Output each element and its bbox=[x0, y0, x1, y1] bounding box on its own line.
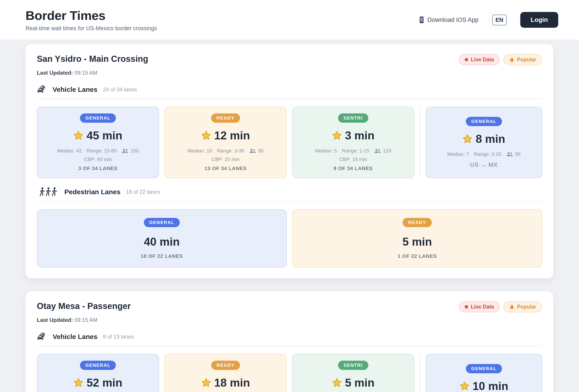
divider bbox=[37, 201, 542, 202]
lane-type-badge: READY bbox=[403, 218, 432, 227]
status-badges: Live Data Popular bbox=[459, 301, 542, 312]
wait-time: 40 min bbox=[144, 235, 180, 248]
divider bbox=[37, 346, 542, 346]
pedestrians-icon bbox=[37, 187, 60, 197]
popular-badge: Popular bbox=[503, 301, 542, 312]
median-stat: Median: 42 bbox=[57, 148, 82, 154]
direction-divider bbox=[420, 107, 420, 178]
last-updated: Last Updated: 09:15 AM bbox=[37, 70, 542, 76]
last-updated: Last Updated: 09:15 AM bbox=[37, 317, 542, 323]
people-count-icon bbox=[122, 149, 129, 153]
cbp-time: CBP: 20 min bbox=[212, 157, 240, 162]
wait-time: 12 min bbox=[201, 129, 250, 142]
car-queue-icon bbox=[37, 332, 49, 341]
crossings-list: San Ysidro - Main Crossing Live Data Pop… bbox=[0, 40, 579, 392]
lane-card-sentri: SENTRI 5 min Median: 7 Range: 1-15 120 C… bbox=[292, 354, 414, 392]
download-ios-button[interactable]: Download iOS App bbox=[419, 16, 479, 23]
pedestrian-lanes-section-header: Pedestrian Lanes 19 of 22 lanes bbox=[37, 187, 542, 197]
wait-time: 10 min bbox=[460, 380, 508, 392]
section-title: Vehicle Lanes bbox=[53, 333, 97, 340]
crossing-name: San Ysidro - Main Crossing bbox=[37, 54, 148, 64]
cbp-time: CBP: 40 min bbox=[84, 157, 112, 162]
lanes-open: 3 OF 34 LANES bbox=[78, 166, 117, 171]
lane-type-badge: SENTRI bbox=[338, 113, 368, 123]
median-stat: Median: 5 bbox=[315, 148, 337, 154]
wait-time: 5 min bbox=[402, 235, 432, 248]
lanes-open: 8 OF 34 LANES bbox=[334, 166, 373, 171]
vehicle-lanes-section-header: Vehicle Lanes 24 of 34 lanes bbox=[37, 85, 542, 94]
wait-time: 18 min bbox=[201, 376, 250, 389]
star-icon bbox=[73, 378, 83, 388]
vehicle-lane-row: GENERAL 45 min Median: 42 Range: 15-80 1… bbox=[37, 107, 542, 178]
wait-time: 8 min bbox=[462, 132, 505, 146]
popular-badge: Popular bbox=[503, 54, 542, 65]
language-selector-button[interactable]: EN bbox=[489, 12, 509, 28]
lane-type-badge: GENERAL bbox=[466, 364, 502, 373]
section-title: Vehicle Lanes bbox=[53, 86, 97, 93]
star-icon bbox=[332, 131, 342, 141]
flame-icon bbox=[509, 304, 514, 310]
star-icon bbox=[462, 134, 472, 144]
lane-card-ready: READY 18 min Median: 16 Range: 3-30 85 C… bbox=[164, 354, 287, 392]
lane-type-badge: GENERAL bbox=[80, 361, 116, 370]
lane-type-badge: READY bbox=[211, 113, 240, 123]
median-stat: Median: 10 bbox=[187, 148, 212, 154]
vehicle-lanes-section-header: Vehicle Lanes 9 of 13 lanes bbox=[37, 332, 542, 341]
star-icon bbox=[73, 131, 83, 141]
lane-card-southbound: GENERAL 8 min Median: 7 Range: 3-25 95 U… bbox=[426, 107, 542, 178]
live-data-badge: Live Data bbox=[459, 301, 500, 312]
divider bbox=[37, 99, 542, 99]
wait-time: 52 min bbox=[73, 376, 122, 389]
status-badges: Live Data Popular bbox=[459, 54, 542, 65]
language-code: EN bbox=[492, 14, 507, 25]
lanes-open: 1 OF 22 LANES bbox=[398, 253, 437, 259]
star-icon bbox=[201, 131, 211, 141]
people-count: 150 bbox=[122, 148, 139, 154]
crossing-card-otay-mesa: Otay Mesa - Passenger Live Data Popular … bbox=[25, 291, 554, 392]
lane-stats: Median: 5 Range: 1-15 120 bbox=[315, 148, 391, 154]
crossing-card-san-ysidro: San Ysidro - Main Crossing Live Data Pop… bbox=[25, 44, 554, 278]
download-ios-label: Download iOS App bbox=[427, 16, 479, 23]
crossing-header: Otay Mesa - Passenger Live Data Popular bbox=[37, 301, 542, 312]
lane-card-ready: READY 12 min Median: 10 Range: 3-30 85 C… bbox=[164, 107, 287, 178]
lane-type-badge: SENTRI bbox=[338, 361, 368, 370]
people-count-icon bbox=[249, 149, 256, 153]
lane-card-general: GENERAL 40 min 18 OF 22 LANES bbox=[37, 209, 287, 268]
range-stat: Range: 15-80 bbox=[86, 148, 117, 154]
range-stat: Range: 3-25 bbox=[474, 151, 501, 157]
wait-time: 45 min bbox=[73, 129, 122, 142]
lane-type-badge: GENERAL bbox=[144, 218, 180, 227]
section-lane-count: 24 of 34 lanes bbox=[103, 86, 137, 93]
people-count-icon bbox=[374, 149, 381, 153]
lanes-open: 18 OF 22 LANES bbox=[141, 253, 183, 259]
vehicle-lane-row: GENERAL 52 min Median: 49 Range: 15-80 1… bbox=[37, 354, 542, 392]
crossing-direction: US → MX bbox=[470, 161, 498, 168]
range-stat: Range: 1-15 bbox=[342, 148, 369, 154]
lane-card-southbound: GENERAL 10 min Median: 9 Range: 3-25 95 … bbox=[426, 354, 542, 392]
lane-card-sentri: SENTRI 3 min Median: 5 Range: 1-15 120 C… bbox=[292, 107, 414, 178]
pedestrian-lane-row: GENERAL 40 min 18 OF 22 LANES READY 5 mi… bbox=[37, 209, 542, 268]
section-title: Pedestrian Lanes bbox=[64, 188, 120, 196]
phone-icon bbox=[419, 16, 424, 23]
crossing-header: San Ysidro - Main Crossing Live Data Pop… bbox=[37, 54, 542, 65]
lane-stats: Median: 10 Range: 3-30 85 bbox=[187, 148, 264, 154]
live-data-badge: Live Data bbox=[459, 54, 500, 65]
lane-card-general: GENERAL 45 min Median: 42 Range: 15-80 1… bbox=[37, 107, 159, 178]
app-subtitle: Real-time wait times for US-Mexico borde… bbox=[25, 25, 157, 32]
top-bar: Border Times Real-time wait times for US… bbox=[0, 0, 579, 40]
lane-stats: Median: 42 Range: 15-80 150 bbox=[57, 148, 139, 154]
star-icon bbox=[201, 378, 211, 388]
wait-time: 5 min bbox=[332, 376, 375, 389]
star-icon bbox=[460, 381, 469, 391]
lane-type-badge: READY bbox=[211, 361, 240, 370]
range-stat: Range: 3-30 bbox=[217, 148, 244, 154]
star-icon bbox=[332, 378, 342, 388]
login-button[interactable]: Login bbox=[520, 12, 558, 28]
lane-stats: Median: 7 Range: 3-25 95 bbox=[447, 151, 520, 157]
lanes-open: 13 OF 34 LANES bbox=[205, 166, 247, 171]
section-lane-count: 9 of 13 lanes bbox=[103, 334, 134, 340]
wait-time: 3 min bbox=[332, 129, 375, 142]
top-bar-actions: Download iOS App EN Login bbox=[419, 12, 558, 28]
app-title: Border Times bbox=[25, 8, 157, 23]
red-dot-icon bbox=[465, 305, 468, 309]
